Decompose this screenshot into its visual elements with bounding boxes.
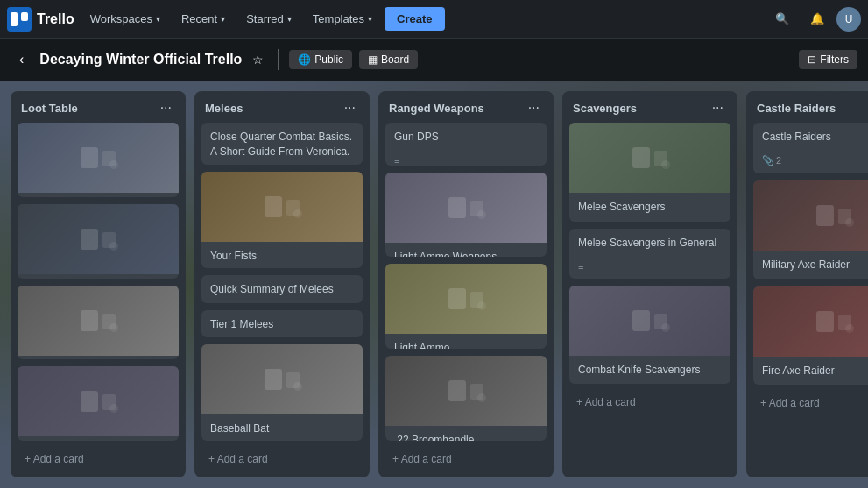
add-card-loot-table[interactable]: + Add a card	[18, 448, 179, 470]
card-22-broomhandle[interactable]: .22 Broomhandle	[385, 356, 547, 441]
notifications-button[interactable]: 🔔	[801, 7, 833, 31]
add-card-ranged-weapons[interactable]: + Add a card	[385, 448, 547, 470]
card-infection-management[interactable]: Infection Management	[18, 204, 179, 279]
svg-point-38	[845, 218, 854, 227]
starred-menu[interactable]: Starred ▾	[237, 7, 300, 31]
svg-rect-9	[81, 310, 98, 331]
svg-rect-6	[81, 229, 98, 250]
card-text-military-axe-raider: Military Axe Raider	[753, 251, 868, 279]
add-card-melees[interactable]: + Add a card	[201, 448, 363, 470]
svg-rect-33	[632, 310, 650, 331]
bell-icon: 🔔	[810, 12, 824, 25]
column-menu-loot-table[interactable]: ···	[157, 100, 175, 116]
card-your-fists[interactable]: Your Fists	[201, 172, 363, 268]
card-military-axe-raider[interactable]: Military Axe Raider	[753, 180, 868, 279]
card-badge-castle-raiders-card: 📎 2	[762, 155, 781, 166]
svg-point-23	[477, 210, 486, 219]
column-menu-melees[interactable]: ···	[341, 100, 359, 116]
card-melee-scavengers-general[interactable]: Melee Scavengers in General≡	[569, 229, 730, 279]
card-text-light-ammo-weapons: Light Ammo Weapons	[385, 243, 547, 258]
create-button[interactable]: Create	[385, 7, 444, 31]
card-image-augmentin-antibiotics	[18, 366, 179, 436]
card-text-gun-dps: Gun DPS	[385, 123, 547, 152]
card-image-light-ammo	[385, 264, 547, 334]
card-melee-scavengers[interactable]: Melee Scavengers	[569, 123, 730, 222]
card-combat-knife-scavengers[interactable]: Combat Knife Scavengers	[569, 286, 730, 385]
back-button[interactable]: ‹	[11, 46, 32, 73]
recent-menu[interactable]: Recent ▾	[173, 7, 234, 31]
card-light-ammo-weapons[interactable]: Light Ammo Weapons	[385, 173, 547, 258]
card-text-light-ammo: Light Ammo	[385, 334, 547, 349]
card-agent-containers[interactable]: Agent Containers	[18, 123, 179, 197]
svg-rect-24	[448, 288, 466, 309]
templates-menu[interactable]: Templates ▾	[304, 7, 381, 31]
column-content-castle-raiders: Castle Raiders📎 2 Military Axe Raider Fi…	[746, 123, 868, 477]
column-content-ranged-weapons: Gun DPS≡ Light Ammo Weapons Light Ammo .…	[378, 123, 554, 477]
card-text-tier-1-melees: Tier 1 Melees	[201, 310, 363, 338]
card-footer-melee-scavengers-general: ≡	[569, 258, 730, 279]
card-text-amoxicillin-tablets: Amoxicillin Tablets	[18, 356, 179, 360]
svg-rect-30	[632, 147, 650, 168]
top-nav: Trello Workspaces ▾ Recent ▾ Starred ▾ T…	[0, 0, 868, 39]
filter-button[interactable]: ⊟ Filters	[799, 50, 857, 69]
card-image-infection-management	[18, 204, 179, 274]
card-image-amoxicillin-tablets	[18, 286, 179, 356]
column-menu-scavengers[interactable]: ···	[709, 100, 727, 116]
svg-rect-27	[448, 380, 466, 401]
svg-point-8	[109, 242, 118, 251]
svg-point-26	[477, 301, 486, 310]
description-icon: ≡	[578, 261, 583, 272]
card-amoxicillin-tablets[interactable]: Amoxicillin Tablets	[18, 286, 179, 360]
column-header-scavengers: Scavengers···	[562, 91, 737, 123]
add-card-scavengers[interactable]: + Add a card	[569, 391, 730, 414]
description-icon: ≡	[394, 155, 399, 166]
card-image-22-broomhandle	[385, 356, 547, 426]
card-text-agent-containers: Agent Containers	[18, 193, 179, 197]
card-fire-axe-raider[interactable]: Fire Axe Raider	[753, 286, 868, 385]
column-header-ranged-weapons: Ranged Weapons···	[378, 91, 554, 123]
svg-point-32	[661, 160, 670, 169]
column-title-scavengers: Scavengers	[573, 102, 637, 115]
card-gun-dps[interactable]: Gun DPS≡	[385, 123, 547, 166]
card-badge-melee-scavengers-general: ≡	[578, 261, 583, 272]
card-text-castle-raiders-card: Castle Raiders	[753, 123, 868, 152]
svg-rect-3	[81, 147, 98, 168]
card-text-augmentin-antibiotics: Augmentin Antibiotics	[18, 436, 179, 441]
user-avatar[interactable]: U	[836, 7, 861, 32]
card-baseball-bat[interactable]: Baseball Bat	[201, 344, 363, 441]
column-header-castle-raiders: Castle Raiders···	[746, 91, 868, 123]
app-logo[interactable]: Trello	[7, 7, 74, 32]
column-header-loot-table: Loot Table···	[11, 91, 186, 123]
chevron-down-icon: ▾	[221, 14, 225, 24]
card-light-ammo[interactable]: Light Ammo	[385, 264, 547, 349]
visibility-button[interactable]: 🌐 Public	[289, 50, 352, 69]
card-text-melee-scavengers: Melee Scavengers	[569, 193, 730, 222]
card-close-quarter[interactable]: Close Quarter Combat Basics. A Short Gui…	[201, 123, 363, 165]
card-footer-castle-raiders-card: 📎 2	[753, 152, 868, 173]
card-text-close-quarter: Close Quarter Combat Basics. A Short Gui…	[201, 123, 363, 165]
svg-rect-21	[448, 197, 466, 218]
card-text-quick-summary: Quick Summary of Melees	[201, 275, 363, 303]
column-title-loot-table: Loot Table	[21, 102, 78, 115]
board-view-button[interactable]: ▦ Board	[359, 50, 418, 69]
card-badge-gun-dps: ≡	[394, 155, 399, 166]
search-button[interactable]: 🔍	[766, 7, 798, 31]
add-card-castle-raiders[interactable]: + Add a card	[753, 392, 868, 414]
card-text-combat-knife-scavengers: Combat Knife Scavengers	[569, 356, 730, 385]
svg-rect-18	[265, 369, 282, 390]
globe-icon: 🌐	[298, 53, 311, 66]
card-castle-raiders-card[interactable]: Castle Raiders📎 2	[753, 123, 868, 173]
card-augmentin-antibiotics[interactable]: Augmentin Antibiotics	[18, 366, 179, 441]
svg-rect-2	[21, 12, 28, 21]
card-quick-summary[interactable]: Quick Summary of Melees	[201, 275, 363, 303]
card-tier-1-melees[interactable]: Tier 1 Melees	[201, 310, 363, 338]
svg-point-11	[109, 323, 118, 332]
workspaces-menu[interactable]: Workspaces ▾	[81, 7, 169, 31]
column-content-melees: Close Quarter Combat Basics. A Short Gui…	[194, 123, 370, 477]
star-board-button[interactable]: ☆	[249, 49, 267, 70]
column-menu-ranged-weapons[interactable]: ···	[525, 100, 543, 116]
column-title-melees: Melees	[205, 102, 243, 115]
divider	[278, 49, 279, 70]
column-melees: Melees···Close Quarter Combat Basics. A …	[194, 91, 370, 477]
card-text-fire-axe-raider: Fire Axe Raider	[753, 357, 868, 385]
